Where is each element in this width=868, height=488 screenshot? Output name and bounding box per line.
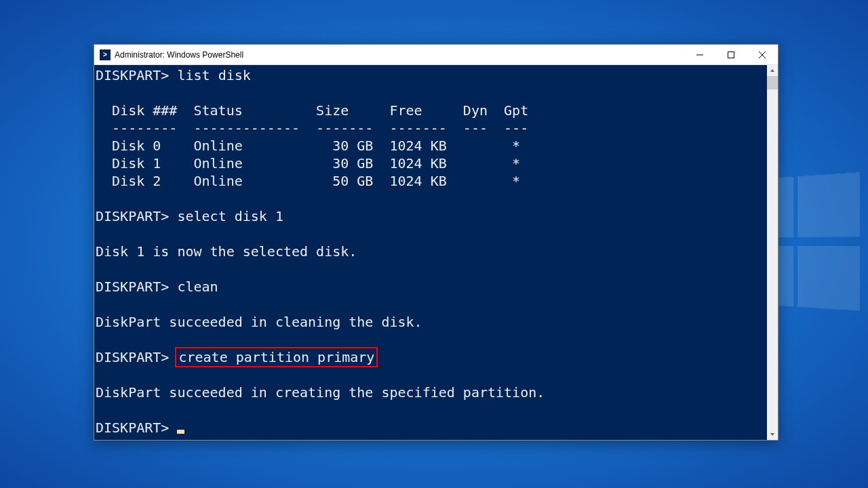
terminal-line bbox=[96, 366, 767, 384]
window-controls bbox=[684, 45, 778, 64]
terminal-line: DiskPart succeeded in creating the speci… bbox=[96, 384, 767, 401]
terminal-line: DISKPART> list disk bbox=[96, 66, 767, 84]
terminal-line: Disk ### Status Size Free Dyn Gpt bbox=[96, 102, 767, 119]
prompt-text: DISKPART> bbox=[96, 279, 177, 295]
terminal-line bbox=[96, 331, 767, 348]
command-text: select disk 1 bbox=[177, 208, 283, 224]
terminal-line bbox=[96, 401, 767, 419]
terminal-body[interactable]: DISKPART> list disk Disk ### Status Size… bbox=[94, 65, 778, 440]
terminal-line bbox=[96, 190, 767, 207]
terminal-line bbox=[96, 296, 767, 313]
prompt-text: DISKPART> bbox=[96, 349, 177, 365]
terminal-line bbox=[96, 225, 767, 243]
close-button[interactable] bbox=[747, 45, 778, 64]
window-title: Administrator: Windows PowerShell bbox=[115, 50, 684, 60]
prompt-text: DISKPART> bbox=[96, 67, 177, 83]
terminal-line: DISKPART> clean bbox=[96, 278, 767, 296]
terminal-output[interactable]: DISKPART> list disk Disk ### Status Size… bbox=[94, 65, 767, 440]
command-text: create partition primary bbox=[175, 347, 378, 367]
powershell-icon: > bbox=[100, 49, 111, 60]
scroll-up-button[interactable] bbox=[767, 65, 778, 76]
prompt-text: DISKPART> bbox=[96, 208, 177, 224]
cursor bbox=[177, 430, 184, 434]
prompt-text: DISKPART> bbox=[96, 420, 177, 436]
terminal-line bbox=[96, 84, 767, 102]
terminal-line: Disk 0 Online 30 GB 1024 KB * bbox=[96, 137, 767, 155]
terminal-line: Disk 2 Online 50 GB 1024 KB * bbox=[96, 172, 767, 190]
scroll-down-button[interactable] bbox=[767, 429, 778, 440]
terminal-line bbox=[96, 260, 767, 278]
vertical-scrollbar[interactable] bbox=[767, 65, 778, 440]
terminal-line: DISKPART> select disk 1 bbox=[96, 207, 767, 225]
terminal-line: DISKPART> bbox=[96, 419, 767, 436]
scrollbar-thumb[interactable] bbox=[767, 76, 778, 89]
powershell-window: > Administrator: Windows PowerShell DISK… bbox=[94, 44, 778, 441]
command-text: clean bbox=[177, 279, 218, 295]
titlebar[interactable]: > Administrator: Windows PowerShell bbox=[94, 45, 778, 65]
minimize-button[interactable] bbox=[684, 45, 715, 64]
terminal-line: DISKPART> create partition primary bbox=[96, 348, 767, 366]
terminal-line: Disk 1 Online 30 GB 1024 KB * bbox=[96, 155, 767, 172]
terminal-line: Disk 1 is now the selected disk. bbox=[96, 243, 767, 260]
command-text: list disk bbox=[177, 67, 250, 83]
terminal-line: -------- ------------- ------- ------- -… bbox=[96, 119, 767, 137]
svg-rect-1 bbox=[728, 52, 734, 58]
terminal-line: DiskPart succeeded in cleaning the disk. bbox=[96, 313, 767, 331]
maximize-button[interactable] bbox=[715, 45, 747, 64]
